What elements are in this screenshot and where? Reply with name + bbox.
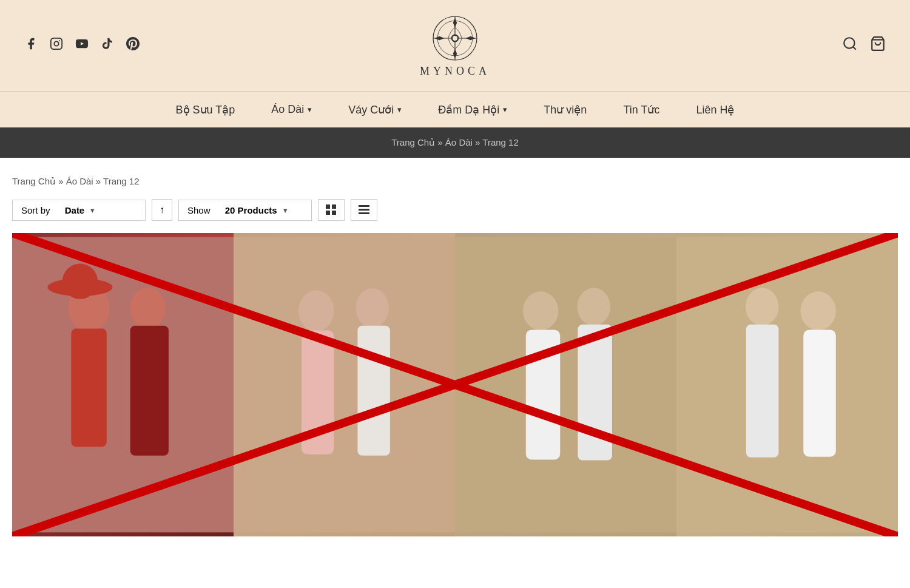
vay-cuoi-chevron-icon: ▾ xyxy=(397,105,402,114)
youtube-icon[interactable] xyxy=(75,37,89,54)
list-view-button[interactable] xyxy=(351,199,377,221)
svg-point-2 xyxy=(59,40,60,41)
svg-rect-32 xyxy=(302,330,334,454)
product-image-3 xyxy=(455,233,676,536)
breadcrumb-inline: Trang Chủ » Áo Dài » Trang 12 xyxy=(12,176,898,187)
svg-rect-40 xyxy=(676,237,898,533)
grid-view-button[interactable] xyxy=(318,199,345,221)
ao-dai-chevron-icon: ▾ xyxy=(308,105,312,114)
svg-point-31 xyxy=(298,290,334,331)
svg-point-13 xyxy=(844,38,854,48)
svg-point-1 xyxy=(54,41,58,46)
sort-direction-button[interactable]: ↑ xyxy=(152,199,172,221)
nav-item-thu-vien[interactable]: Thư viện xyxy=(544,103,587,117)
facebook-icon[interactable] xyxy=(24,37,38,54)
product-card-1[interactable] xyxy=(12,233,234,536)
page-content: Trang Chủ » Áo Dài » Trang 12 Sort by Da… xyxy=(0,158,910,549)
search-icon[interactable] xyxy=(842,36,858,55)
svg-marker-8 xyxy=(453,49,457,58)
toolbar: Sort by Date ▾ ↑ Show 20 Products ▾ xyxy=(12,199,898,221)
svg-point-36 xyxy=(523,291,558,330)
svg-marker-10 xyxy=(466,36,476,39)
svg-rect-21 xyxy=(359,209,369,211)
svg-rect-20 xyxy=(359,205,369,207)
svg-rect-34 xyxy=(357,326,390,456)
sort-by-label: Sort by xyxy=(21,205,50,215)
svg-marker-7 xyxy=(453,18,457,27)
svg-rect-23 xyxy=(12,237,234,533)
svg-rect-44 xyxy=(746,325,779,458)
svg-rect-35 xyxy=(455,237,676,533)
show-chevron-icon: ▾ xyxy=(283,206,288,215)
svg-rect-18 xyxy=(326,211,330,215)
product-card-2[interactable] xyxy=(234,233,455,536)
product-card-4[interactable] xyxy=(676,233,898,536)
product-card-3[interactable] xyxy=(455,233,676,536)
nav-item-vay-cuoi[interactable]: Váy Cưới ▾ xyxy=(348,103,402,117)
grid-icon xyxy=(326,204,337,215)
list-icon xyxy=(359,204,369,215)
nav-item-ao-dai[interactable]: Áo Dài ▾ xyxy=(271,103,312,116)
show-value: 20 Products xyxy=(225,205,277,215)
svg-rect-27 xyxy=(71,329,106,447)
show-products-select[interactable]: Show 20 Products ▾ xyxy=(178,200,312,221)
site-header: MYNOCA xyxy=(0,0,910,91)
dam-da-hoi-chevron-icon: ▾ xyxy=(503,105,507,114)
breadcrumb-bar-text: Trang Chủ » Áo Dài » Trang 12 xyxy=(391,137,519,148)
social-icons-group xyxy=(24,37,140,54)
sort-arrow-icon: ↑ xyxy=(160,204,164,215)
tiktok-icon[interactable] xyxy=(101,37,114,54)
instagram-icon[interactable] xyxy=(50,37,63,54)
svg-point-26 xyxy=(62,263,98,299)
svg-point-38 xyxy=(577,288,610,325)
nav-item-lien-he[interactable]: Liên Hệ xyxy=(696,103,734,117)
product-image-1 xyxy=(12,233,234,536)
svg-point-41 xyxy=(800,291,835,330)
svg-point-28 xyxy=(130,287,166,328)
sort-by-value: Date xyxy=(65,205,85,215)
pinterest-icon[interactable] xyxy=(126,37,140,54)
show-label: Show xyxy=(187,205,211,215)
svg-rect-19 xyxy=(332,211,336,215)
main-nav: Bộ Sưu Tập Áo Dài ▾ Váy Cưới ▾ Đầm Dạ Hộ… xyxy=(0,91,910,127)
cart-icon[interactable] xyxy=(870,36,886,55)
svg-rect-42 xyxy=(803,329,836,456)
svg-rect-0 xyxy=(51,38,62,49)
logo-text: MYNOCA xyxy=(420,65,490,78)
header-right-icons xyxy=(842,36,886,55)
nav-item-tin-tuc[interactable]: Tin Tức xyxy=(623,103,659,117)
svg-line-14 xyxy=(853,47,856,50)
sort-chevron-icon: ▾ xyxy=(90,206,95,215)
svg-rect-29 xyxy=(130,326,169,456)
product-image-4 xyxy=(676,233,898,536)
breadcrumb-bar: Trang Chủ » Áo Dài » Trang 12 xyxy=(0,127,910,158)
svg-rect-39 xyxy=(578,325,612,461)
logo-area[interactable]: MYNOCA xyxy=(420,14,490,78)
svg-point-12 xyxy=(453,36,457,41)
svg-marker-9 xyxy=(434,36,444,39)
svg-point-33 xyxy=(356,288,389,327)
svg-rect-37 xyxy=(526,329,560,459)
svg-rect-30 xyxy=(234,237,455,533)
product-image-2 xyxy=(234,233,455,536)
nav-item-bo-suu-tap[interactable]: Bộ Sưu Tập xyxy=(176,103,235,117)
svg-point-43 xyxy=(746,288,779,325)
logo-icon xyxy=(431,14,479,63)
product-grid xyxy=(12,233,898,536)
svg-rect-17 xyxy=(332,204,336,209)
sort-by-select[interactable]: Sort by Date ▾ xyxy=(12,200,146,221)
svg-rect-16 xyxy=(326,204,330,209)
nav-item-dam-da-hoi[interactable]: Đầm Dạ Hội ▾ xyxy=(438,103,507,117)
svg-rect-22 xyxy=(359,212,369,214)
